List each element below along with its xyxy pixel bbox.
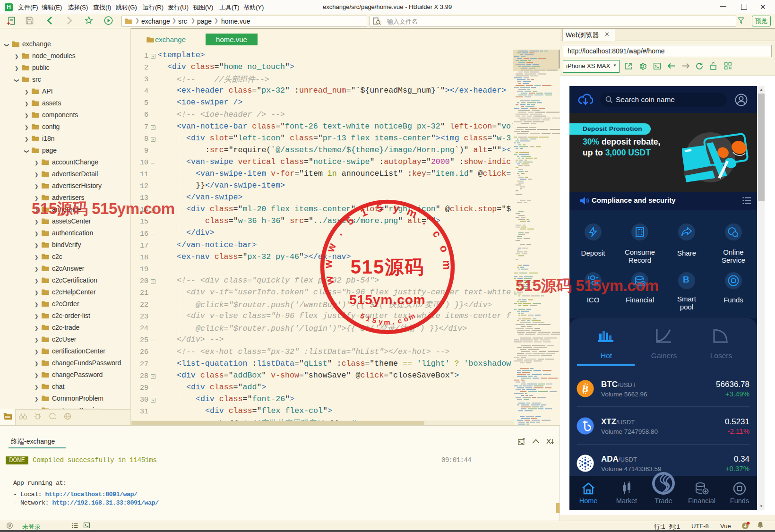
svg-text:w: w: [322, 259, 335, 269]
svg-text:c: c: [430, 228, 444, 240]
svg-text:5: 5: [371, 316, 377, 325]
svg-text:1: 1: [359, 206, 369, 219]
svg-text:515ym.com: 515ym.com: [349, 292, 426, 307]
svg-text:1: 1: [365, 314, 372, 323]
svg-text:.: .: [392, 317, 395, 326]
svg-text:.: .: [421, 216, 431, 227]
svg-text:y: y: [392, 202, 400, 215]
svg-text:5: 5: [359, 311, 366, 320]
svg-text:m: m: [441, 260, 454, 270]
svg-text:y: y: [378, 317, 383, 326]
svg-text:c: c: [397, 316, 403, 325]
svg-text:515源码: 515源码: [351, 257, 425, 277]
svg-text:.: .: [333, 228, 344, 238]
svg-text:5: 5: [344, 214, 356, 227]
svg-text:m: m: [384, 318, 390, 326]
